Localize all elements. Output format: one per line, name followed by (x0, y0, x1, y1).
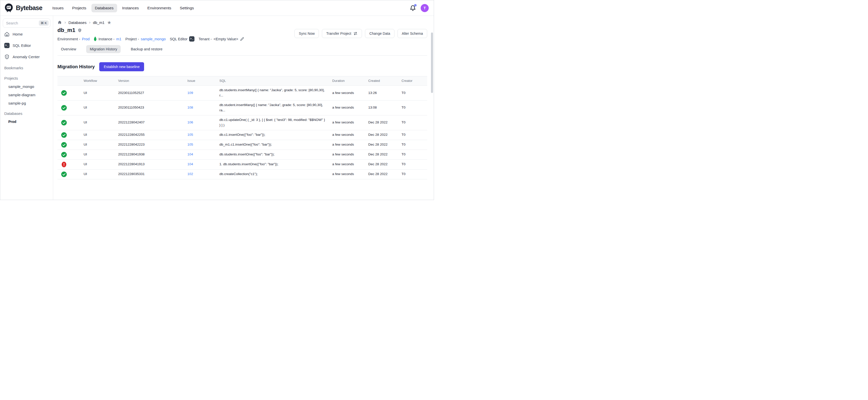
breadcrumb: › Databases › db_m1 ★ (57, 18, 427, 25)
sidebar-item-anomaly-center[interactable]: Anomaly Center (3, 52, 51, 62)
page-title: db_m1 (57, 27, 75, 33)
sidebar-project-item[interactable]: sample_mongo (3, 82, 51, 91)
tab[interactable]: Overview (57, 45, 80, 53)
table-row: UI 20221228041938 104 db.students.insert… (57, 150, 427, 160)
search-placeholder: Search (6, 21, 39, 25)
sidebar-section-projects: Projects (3, 74, 51, 82)
transfer-project-button[interactable]: Transfer Project (322, 29, 362, 38)
table-row: UI 20221228042255 105 db.c1.insertOne({"… (57, 130, 427, 140)
issue-link[interactable]: 105 (187, 143, 193, 146)
issue-link[interactable]: 109 (187, 91, 193, 95)
sidebar-projects-list: sample_mongo sample-diagram sample-pg (3, 82, 51, 107)
sync-now-button[interactable]: Sync Now (294, 29, 319, 38)
edit-tenant-pencil-icon[interactable] (240, 37, 244, 41)
tab[interactable]: Migration History (86, 45, 121, 53)
tab[interactable]: Backup and restore (127, 45, 166, 53)
sidebar-item-label: Anomaly Center (12, 55, 40, 59)
cell-created: 13:26 (366, 88, 400, 98)
main-content: › Databases › db_m1 ★ db_m1 (53, 16, 434, 200)
cell-creator: T0 (400, 88, 427, 98)
user-avatar[interactable]: T (421, 4, 429, 12)
cell-version: 20221228035331 (116, 170, 185, 179)
environment-link[interactable]: Prod (82, 37, 90, 41)
cell-sql: db.students.insertOne({"foo": "bar"}); (217, 150, 330, 159)
cell-duration: a few seconds (330, 88, 366, 98)
column-sql: SQL (217, 76, 330, 85)
sql-editor-terminal-icon[interactable]: >_ (189, 36, 194, 41)
cell-created: Dec 28 2022 (366, 140, 400, 149)
issue-link[interactable]: 102 (187, 172, 193, 176)
database-tabs: Overview Migration History Backup and re… (57, 45, 427, 56)
table-header-row: Workflow Version Issue SQL Duration Crea… (57, 76, 427, 86)
success-check-icon (61, 152, 67, 157)
database-meta-row: Environment - Prod Instance - m1 (57, 36, 246, 41)
page-actions: Sync Now Transfer Project Change Data Al… (294, 29, 427, 38)
cell-sql: 1. db.students.insertOne({"foo": "bar"})… (217, 160, 330, 169)
table-row: UI 20221228041913 104 1. db.students.ins… (57, 160, 427, 170)
breadcrumb-home-icon[interactable] (57, 20, 62, 25)
sidebar-section-bookmarks: Bookmarks (3, 64, 51, 72)
issue-link[interactable]: 104 (187, 152, 193, 156)
issue-link[interactable]: 108 (187, 105, 193, 109)
bytebase-logo-icon (4, 3, 14, 13)
sidebar-database-item[interactable]: Prod (3, 118, 51, 126)
search-shortcut-badge: ⌘ K (39, 21, 49, 26)
migration-history-heading: Migration History (57, 64, 95, 69)
cell-creator: T0 (400, 130, 427, 140)
bytebase-logo[interactable]: Bytebase (4, 3, 42, 13)
nav-item[interactable]: Instances (119, 4, 142, 12)
alter-schema-button[interactable]: Alter Schema (398, 29, 427, 38)
nav-item[interactable]: Issues (49, 4, 67, 12)
cell-duration: a few seconds (330, 118, 366, 127)
transfer-arrows-icon (353, 31, 358, 35)
terminal-icon: >_ (4, 43, 9, 48)
nav-item[interactable]: Databases (91, 4, 117, 12)
nav-item[interactable]: Settings (176, 4, 197, 12)
sidebar-item-home[interactable]: Home (3, 29, 51, 39)
table-row: UI 20230111050423 108 db.student.insertM… (57, 100, 427, 115)
establish-baseline-button[interactable]: Establish new baseline (99, 62, 144, 71)
sidebar: Search ⌘ K Home >_ SQL Editor (0, 16, 53, 200)
error-exclamation-icon (61, 162, 67, 167)
cell-version: 20230111050423 (116, 103, 185, 112)
success-check-icon (61, 132, 67, 138)
cell-workflow: UI (82, 140, 116, 149)
migration-history-table: Workflow Version Issue SQL Duration Crea… (57, 76, 427, 179)
environment-label: Environment - (57, 37, 80, 41)
issue-link[interactable]: 105 (187, 133, 193, 136)
cell-creator: T0 (400, 118, 427, 127)
bookmark-star-icon[interactable]: ★ (107, 20, 111, 25)
column-creator: Creator (400, 76, 427, 85)
project-link[interactable]: sample_mongo (141, 37, 166, 41)
cell-version: 20221228042223 (116, 140, 185, 149)
success-check-icon (61, 120, 67, 125)
cell-workflow: UI (82, 160, 116, 169)
search-input[interactable]: Search ⌘ K (3, 19, 51, 28)
breadcrumb-item-db-m1[interactable]: db_m1 (93, 21, 104, 25)
cell-creator: T0 (400, 160, 427, 169)
breadcrumb-item-databases[interactable]: Databases (68, 21, 87, 25)
vertical-scrollbar[interactable] (431, 32, 433, 93)
nav-item[interactable]: Projects (69, 4, 90, 12)
nav-item[interactable]: Environments (144, 4, 175, 12)
sidebar-databases-list: Prod (3, 118, 51, 126)
title-shield-icon (78, 28, 82, 33)
cell-creator: T0 (400, 150, 427, 159)
issue-link[interactable]: 104 (187, 162, 193, 166)
cell-creator: T0 (400, 140, 427, 149)
cell-version: 20221228042407 (116, 118, 185, 127)
issue-link[interactable]: 106 (187, 120, 193, 124)
notifications-button[interactable] (409, 5, 416, 11)
cell-duration: a few seconds (330, 103, 366, 112)
brand-name: Bytebase (16, 4, 42, 11)
table-row: UI 20221228035331 102 db.createCollectio… (57, 170, 427, 179)
sidebar-project-item[interactable]: sample-pg (3, 99, 51, 107)
cell-duration: a few seconds (330, 170, 366, 179)
sidebar-project-item[interactable]: sample-diagram (3, 91, 51, 99)
cell-version: 20230111052527 (116, 88, 185, 98)
cell-creator: T0 (400, 103, 427, 112)
instance-link[interactable]: m1 (116, 37, 121, 41)
cell-sql: db.c1.updateOne( { _id: 3 }, [ { $set: {… (217, 115, 330, 130)
sidebar-item-sql-editor[interactable]: >_ SQL Editor (3, 40, 51, 50)
change-data-button[interactable]: Change Data (365, 29, 395, 38)
